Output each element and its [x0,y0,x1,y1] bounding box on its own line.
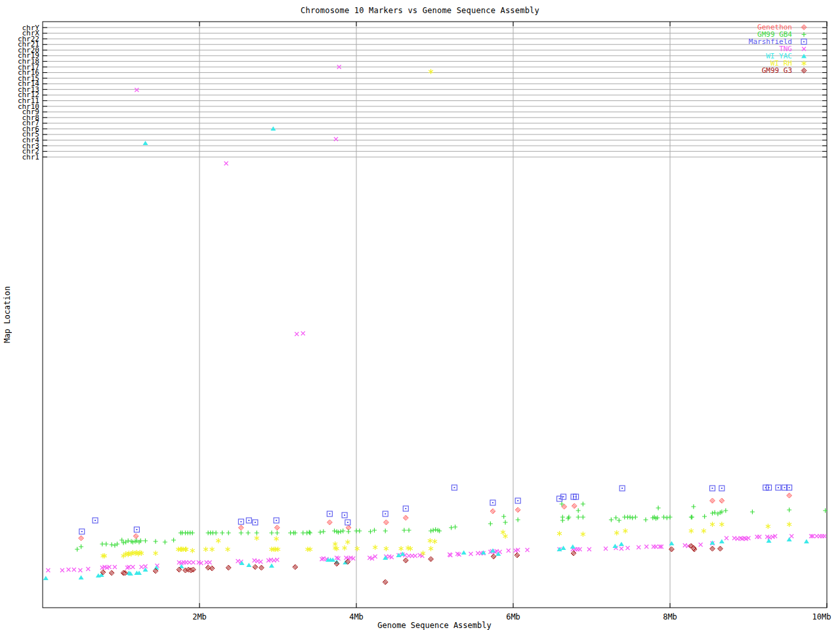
point-marker [214,531,219,536]
point-marker [719,498,724,503]
point-marker [255,536,259,541]
legend-marker-plus-icon [800,31,808,38]
point-marker [269,531,274,536]
point-marker [702,528,706,534]
point-marker [469,552,472,556]
point-marker [343,545,347,551]
point-marker [581,502,585,507]
point-marker [43,576,49,581]
point-marker [757,535,761,539]
point-marker [699,543,703,547]
legend-marker-cross-icon [800,45,808,52]
point-marker [724,536,728,540]
point-marker [712,488,713,489]
point-marker [557,531,562,536]
point-marker [750,510,755,514]
point-marker [136,529,137,530]
point-marker [562,504,567,509]
point-marker [383,520,388,525]
point-marker [259,565,264,570]
x-axis-label: Genome Sequence Assembly [0,621,840,630]
point-marker [191,560,195,564]
point-marker [79,576,84,580]
point-marker [710,522,715,527]
point-marker [490,509,495,514]
point-marker [269,564,274,568]
point-marker [488,522,493,526]
point-marker [719,539,724,544]
point-marker [654,545,658,549]
x-tick-label: 6Mb [506,612,520,621]
point-marker [784,487,785,488]
point-marker [163,540,167,545]
point-marker [789,534,793,538]
x-tick-label: 4Mb [349,612,364,621]
point-marker [143,141,148,146]
point-marker [787,493,792,498]
point-marker [109,570,114,576]
point-marker [187,560,191,564]
point-marker [154,539,158,544]
legend-label: GM99 G3 [762,67,792,74]
point-marker [400,552,406,556]
point-marker [572,503,577,509]
point-marker [691,505,696,509]
point-marker [255,531,259,536]
point-marker [383,529,388,534]
point-marker [295,332,299,336]
point-marker [329,513,330,514]
point-marker [802,61,807,66]
point-marker [171,538,176,543]
point-marker [66,568,70,572]
point-marker [253,564,258,570]
x-tick-label: 10Mb [812,612,831,621]
point-marker [644,545,648,549]
point-marker [804,539,809,544]
point-marker [318,530,323,535]
point-marker [633,515,638,520]
point-marker [110,543,114,547]
point-marker [576,509,581,513]
point-marker [560,518,565,523]
point-marker [801,54,807,58]
point-marker [503,534,508,539]
legend-row-gm99_g3: GM99 G3 [749,67,808,74]
point-marker [344,514,345,516]
point-marker [656,506,661,511]
point-marker [461,551,467,555]
point-marker [276,520,277,521]
point-marker [665,516,669,520]
point-marker [224,161,228,165]
legend-marker-triangle-icon [800,52,808,60]
point-marker [723,509,728,513]
point-marker [802,47,806,51]
point-marker [143,539,148,543]
plot-border [43,22,827,608]
point-marker [246,531,251,536]
legend-row-marshfield: Marshfield [749,38,808,45]
point-marker [643,518,648,522]
point-marker [432,539,437,544]
series-wi_yac [43,127,809,581]
point-marker [620,547,623,551]
x-tick-label: 2Mb [192,612,207,621]
point-marker [399,546,404,551]
point-marker [453,487,455,488]
point-marker [407,528,411,533]
point-marker [768,487,770,488]
point-marker [248,520,249,521]
point-marker [403,515,408,520]
point-marker [428,538,432,543]
point-marker [402,528,406,533]
point-marker [515,507,520,513]
point-marker [717,546,723,551]
point-marker [81,531,83,532]
point-marker [619,542,624,547]
point-marker [307,530,312,535]
point-marker [259,560,262,564]
point-marker [516,518,520,522]
point-marker [429,69,433,74]
point-marker [334,137,338,141]
point-marker [216,538,220,543]
point-marker [609,518,614,522]
